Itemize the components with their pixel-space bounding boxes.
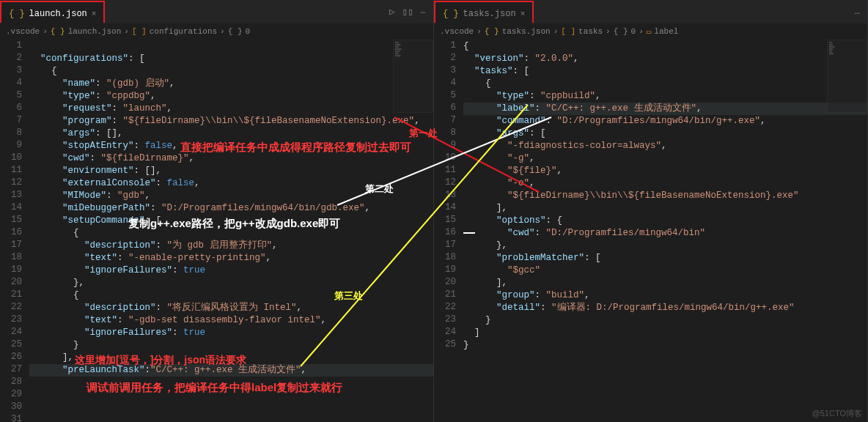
code-editor-right[interactable]: 1234567891011121314151617181920212223242… [434,40,867,422]
split-icon[interactable]: ▯▯ [402,6,413,18]
breadcrumb-right[interactable]: .vscode› { }tasks.json› [ ]tasks› { }0› … [434,23,867,40]
left-editor-pane: { } launch.json × ▷ ▯▯ … .vscode› { }lau… [0,0,434,422]
minimap-left[interactable]: ████████████████████████████████████ [393,40,433,113]
more-icon[interactable]: … [420,6,426,18]
tab-label: launch.json [29,9,87,19]
tab-label: tasks.json [463,9,516,19]
tab-bar-right: { } tasks.json × … [434,0,867,23]
watermark: @51CTO博客 [812,408,862,419]
json-icon: { } [443,9,459,19]
tab-launch-json[interactable]: { } launch.json × [1,2,103,26]
close-icon[interactable]: × [92,10,97,18]
tab-bar-left: { } launch.json × ▷ ▯▯ … [0,0,433,23]
run-icon[interactable]: ▷ [389,6,395,18]
more-icon[interactable]: … [854,7,860,17]
code-editor-left[interactable]: 1234567891011121314151617181920212223242… [0,40,433,422]
json-icon: { } [9,9,25,19]
right-editor-pane: { } tasks.json × … .vscode› { }tasks.jso… [434,0,868,422]
tab-tasks-json[interactable]: { } tasks.json × [435,2,532,26]
minimap-right[interactable]: █████████████████████████ [827,40,867,113]
breadcrumb-left[interactable]: .vscode› { }launch.json› [ ]configuratio… [0,23,433,40]
close-icon[interactable]: × [521,10,526,18]
